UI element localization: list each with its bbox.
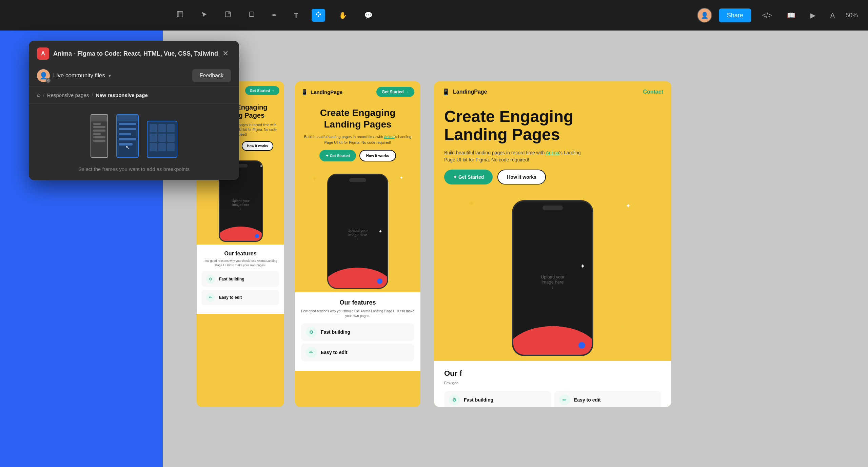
feedback-button[interactable]: Feedback xyxy=(192,69,231,82)
large-features-grid: ⚙ Fast building ✏ Easy to edit xyxy=(444,391,661,407)
large-phone-upload-text: Upload yourimage here↓ xyxy=(534,266,571,290)
small-features-body: Few good reasons why you should use Anim… xyxy=(201,259,279,267)
breadcrumb-sep-1: / xyxy=(43,92,44,98)
medium-hero: Create EngagingLanding Pages Build beaut… xyxy=(295,100,420,170)
pen-tool[interactable]: ✒ xyxy=(269,9,280,21)
medium-btn-how-it-works[interactable]: How it works xyxy=(359,150,396,161)
large-feature-1: ⚙ Fast building xyxy=(444,391,551,407)
frame-line-4 xyxy=(93,133,101,135)
comment-tool[interactable]: 💬 xyxy=(361,9,376,21)
large-nav-icon: 📱 xyxy=(442,88,450,96)
text-size-button[interactable]: A xyxy=(826,9,839,21)
small-feature-2: ✏ Easy to edit xyxy=(201,290,279,305)
tablet-line-1 xyxy=(119,123,136,125)
frame-cell-6 xyxy=(167,134,175,142)
medium-phone-container: ✦ Upload yourimage here↓ ✦ ✦ xyxy=(295,170,420,292)
large-sparkle-yellow: ✦ xyxy=(468,199,475,208)
small-feature-1: ⚙ Fast building xyxy=(201,271,279,287)
large-btn-how-it-works[interactable]: How it works xyxy=(497,170,546,184)
close-button[interactable]: ✕ xyxy=(220,48,231,59)
small-get-started-nav-btn[interactable]: Get Started → xyxy=(245,86,279,95)
frame-cell-8 xyxy=(158,143,166,151)
frame-phone-small-lines xyxy=(91,115,107,143)
medium-sparkle-white2: ✦ xyxy=(399,175,403,180)
large-features-body: Few goo xyxy=(444,381,661,386)
anima-logo: A xyxy=(37,47,49,60)
svg-rect-4 xyxy=(249,12,254,16)
component-tool[interactable] xyxy=(312,9,325,22)
medium-feature-2-icon: ✏ xyxy=(306,347,317,358)
preview-medium: 📱 LandingPage Get Started → Create Engag… xyxy=(295,81,420,407)
medium-sparkle-yellow: ✦ xyxy=(312,175,317,182)
medium-phone-notch xyxy=(349,178,366,182)
frame-line-1 xyxy=(93,123,101,125)
medium-nav-logo-text: LandingPage xyxy=(311,89,342,95)
frame-cell-5 xyxy=(158,134,166,142)
breadcrumb-sep-2: / xyxy=(92,92,93,98)
large-btn-get-started[interactable]: ✦ Get Started xyxy=(444,170,493,184)
shape-tool[interactable] xyxy=(245,9,258,22)
frame-cell-2 xyxy=(158,124,166,132)
medium-hero-body: Build beautiful landing pages in record … xyxy=(301,134,414,145)
plugin-title-left: A Anima - Figma to Code: React, HTML, Vu… xyxy=(37,47,218,60)
medium-btn-get-started[interactable]: ✦ Get Started xyxy=(319,150,356,161)
frame-tablet-lines xyxy=(117,115,138,147)
large-feature-2-label: Easy to edit xyxy=(574,397,601,403)
large-features: Our f Few goo ⚙ Fast building ✏ Easy to … xyxy=(434,361,671,407)
select-tool[interactable] xyxy=(197,9,211,22)
large-contact-link[interactable]: Contact xyxy=(643,89,663,95)
medium-nav-logo: 📱 LandingPage xyxy=(301,89,342,95)
breakpoint-frames: ↖ xyxy=(37,114,231,158)
medium-feature-1-label: Fast building xyxy=(321,329,350,335)
breadcrumb-current: New responsive page xyxy=(96,92,147,98)
user-avatar[interactable]: 👤 xyxy=(697,8,712,23)
svg-rect-0 xyxy=(177,12,183,17)
frame-cell-3 xyxy=(167,124,175,132)
tablet-line-2 xyxy=(119,128,136,130)
frame-cell-7 xyxy=(150,143,157,151)
small-features-title: Our features xyxy=(201,251,279,257)
frame-line-3 xyxy=(93,130,105,132)
frame-phone-small[interactable] xyxy=(91,114,108,158)
frame-tool[interactable] xyxy=(173,8,187,22)
breadcrumb-responsive-pages[interactable]: Responsive pages xyxy=(47,92,89,98)
code-button[interactable]: </> xyxy=(758,9,776,21)
small-features: Our features Few good reasons why you sh… xyxy=(197,245,284,314)
share-button[interactable]: Share xyxy=(719,8,751,22)
breadcrumb-home-icon[interactable]: ⌂ xyxy=(37,92,40,98)
large-feature-2: ✏ Easy to edit xyxy=(554,391,661,407)
large-hero-title: Create EngagingLanding Pages xyxy=(444,108,661,144)
large-hero-buttons: ✦ Get Started How it works xyxy=(444,170,661,184)
medium-sparkle-white: ✦ xyxy=(378,229,382,234)
medium-features-body: Few good reasons why you should use Anim… xyxy=(301,309,414,318)
canvas: 📱 LandingPage Get Started → Create Engag… xyxy=(163,31,868,467)
frame-phone-small-visual xyxy=(91,114,108,158)
medium-feature-1: ⚙ Fast building xyxy=(301,323,414,341)
frame-line-6 xyxy=(93,140,105,142)
hand-tool[interactable]: ✋ xyxy=(335,9,351,21)
plugin-title-text: Anima - Figma to Code: React, HTML, Vue,… xyxy=(53,50,218,57)
library-button[interactable]: 📖 xyxy=(783,9,800,21)
frame-desktop[interactable] xyxy=(147,121,177,158)
small-btn-how-it-works[interactable]: How it works xyxy=(242,141,274,151)
large-yellow-circle xyxy=(597,324,624,351)
medium-features-title: Our features xyxy=(301,299,414,306)
frame-cell-4 xyxy=(150,134,157,142)
text-tool[interactable]: T xyxy=(291,9,301,21)
user-avatar-wrapper: 👤 ⚙ xyxy=(37,69,50,82)
large-feature-1-label: Fast building xyxy=(464,397,493,403)
large-sparkle-white: ✦ xyxy=(580,262,585,270)
medium-nav-icon: 📱 xyxy=(301,89,308,95)
small-phone-blue-dot xyxy=(255,234,259,238)
large-nav-logo: 📱 LandingPage xyxy=(442,88,487,96)
medium-phone-mockup: Upload yourimage here↓ ✦ xyxy=(327,174,388,289)
community-files-button[interactable]: 👤 ⚙ Live community files ▾ xyxy=(37,69,111,82)
scale-tool[interactable] xyxy=(221,9,235,22)
medium-get-started-nav-btn[interactable]: Get Started → xyxy=(376,87,414,97)
plugin-titlebar: A Anima - Figma to Code: React, HTML, Vu… xyxy=(29,41,239,65)
preview-button[interactable]: ▶ xyxy=(806,9,820,21)
frame-tablet[interactable]: ↖ xyxy=(116,114,139,158)
frame-tablet-visual: ↖ xyxy=(116,114,139,158)
sparkle-white-right: ✦ xyxy=(259,164,263,245)
frame-line-5 xyxy=(93,136,105,138)
